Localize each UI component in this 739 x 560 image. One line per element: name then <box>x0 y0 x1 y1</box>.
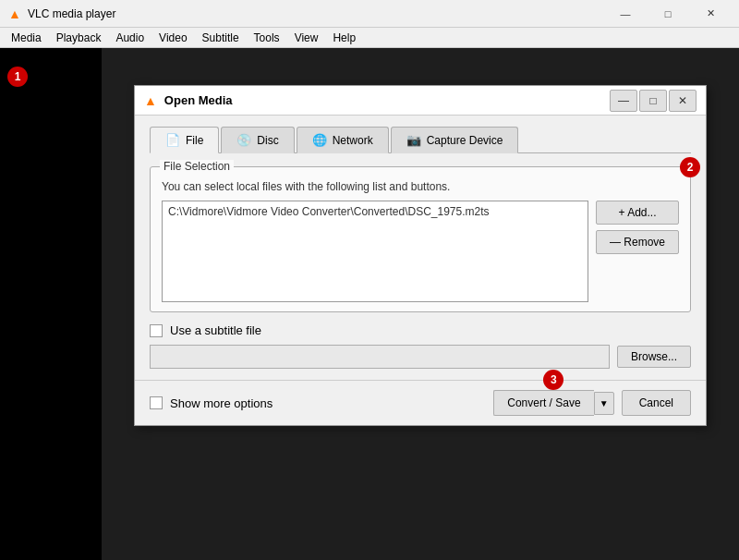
dropdown-arrow-icon: ▼ <box>600 398 609 408</box>
dialog-close-button[interactable]: ✕ <box>669 90 697 112</box>
vlc-minimize-button[interactable]: — <box>604 0 647 28</box>
vlc-window-title: VLC media player <box>28 7 604 20</box>
dialog-restore-button[interactable]: □ <box>639 90 667 112</box>
remove-button[interactable]: — Remove <box>596 230 679 254</box>
dialog-title: Open Media <box>164 93 610 107</box>
file-area: C:\Vidmore\Vidmore Video Converter\Conve… <box>162 201 679 302</box>
vlc-player-area: 1 <box>0 48 102 560</box>
vlc-restore-button[interactable]: □ <box>647 0 689 28</box>
media-tabs: 📄 File 💿 Disc 🌐 Network 📷 Capture Device <box>150 127 691 153</box>
tab-file-label: File <box>186 134 203 147</box>
menu-help[interactable]: Help <box>325 30 363 46</box>
tab-capture-label: Capture Device <box>427 134 503 147</box>
convert-save-button[interactable]: Convert / Save <box>493 390 593 416</box>
file-selection-group: File Selection 2 You can select local fi… <box>150 166 691 312</box>
tab-disc-label: Disc <box>257 134 278 147</box>
vlc-titlebar: ▲ VLC media player — □ ✕ <box>0 0 739 28</box>
badge-2: 2 <box>680 157 700 177</box>
vlc-close-button[interactable]: ✕ <box>689 0 732 28</box>
cancel-button[interactable]: Cancel <box>622 390 691 416</box>
show-more-checkbox[interactable] <box>150 396 163 409</box>
dialog-titlebar: ▲ Open Media — □ ✕ <box>135 86 706 116</box>
tab-disc[interactable]: 💿 Disc <box>221 127 294 153</box>
vlc-app-icon: ▲ <box>7 6 22 21</box>
subtitle-input-row: Browse... <box>150 345 691 369</box>
disc-tab-icon: 💿 <box>236 133 251 147</box>
badge-1: 1 <box>7 67 28 87</box>
subtitle-row: Use a subtitle file <box>150 323 691 337</box>
file-list-item: C:\Vidmore\Vidmore Video Converter\Conve… <box>168 205 582 218</box>
network-tab-icon: 🌐 <box>312 133 327 147</box>
menu-subtitle[interactable]: Subtitle <box>195 30 247 46</box>
file-selection-description: You can select local files with the foll… <box>162 180 679 193</box>
menu-playback[interactable]: Playback <box>49 30 109 46</box>
dialog-content: 📄 File 💿 Disc 🌐 Network 📷 Capture Device <box>135 116 706 380</box>
file-list[interactable]: C:\Vidmore\Vidmore Video Converter\Conve… <box>162 201 588 302</box>
show-more-label: Show more options <box>170 396 273 410</box>
badge-3: 3 <box>543 370 563 390</box>
browse-button[interactable]: Browse... <box>617 346 691 368</box>
menu-view[interactable]: View <box>287 30 326 46</box>
dialog-overlay: ▲ Open Media — □ ✕ 📄 File 💿 Disc <box>102 48 739 560</box>
footer-right: 3 Convert / Save ▼ Cancel <box>493 390 691 416</box>
convert-dropdown-button[interactable]: ▼ <box>594 392 614 415</box>
tab-network[interactable]: 🌐 Network <box>297 127 389 153</box>
tab-file[interactable]: 📄 File <box>150 127 219 153</box>
tab-network-label: Network <box>333 134 373 147</box>
vlc-window-controls: — □ ✕ <box>604 0 732 28</box>
capture-tab-icon: 📷 <box>406 133 421 147</box>
dialog-vlc-icon: ▲ <box>144 93 157 108</box>
add-button[interactable]: + Add... <box>596 201 679 225</box>
menu-media[interactable]: Media <box>4 30 49 46</box>
tab-capture[interactable]: 📷 Capture Device <box>391 127 519 153</box>
menu-tools[interactable]: Tools <box>247 30 287 46</box>
file-tab-icon: 📄 <box>165 133 180 147</box>
file-action-buttons: + Add... — Remove <box>596 201 679 254</box>
dialog-minimize-button[interactable]: — <box>610 90 637 112</box>
file-selection-label: File Selection <box>160 160 234 173</box>
vlc-menubar: Media Playback Audio Video Subtitle Tool… <box>0 28 739 48</box>
subtitle-checkbox[interactable] <box>150 324 163 337</box>
menu-audio[interactable]: Audio <box>108 30 151 46</box>
menu-video[interactable]: Video <box>151 30 194 46</box>
dialog-window-controls: — □ ✕ <box>610 90 697 112</box>
open-media-dialog: ▲ Open Media — □ ✕ 📄 File 💿 Disc <box>134 85 707 426</box>
show-more-section: Show more options <box>150 396 493 410</box>
subtitle-label: Use a subtitle file <box>170 323 261 337</box>
dialog-footer: Show more options 3 Convert / Save ▼ Can… <box>135 380 706 425</box>
convert-save-group: Convert / Save ▼ <box>493 390 613 416</box>
subtitle-file-input[interactable] <box>150 345 610 369</box>
